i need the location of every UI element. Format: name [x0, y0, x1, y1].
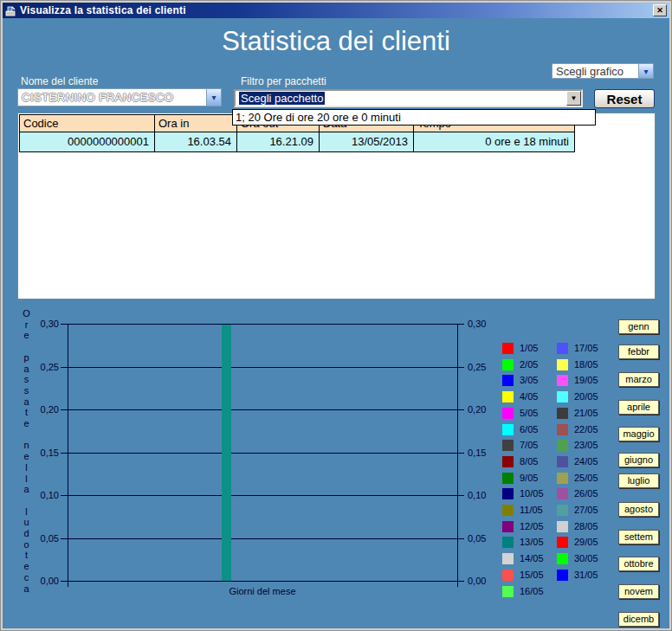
y-axis-title-letter: O — [21, 308, 32, 319]
legend-label: 13/05 — [520, 537, 544, 548]
legend-label: 15/05 — [520, 570, 544, 581]
legend-swatch-20-05 — [557, 391, 568, 402]
legend-swatch-4-05 — [502, 391, 514, 402]
table-cell: 13/05/2013 — [320, 132, 414, 152]
app-window: Visualizza la statistica dei clienti ✕ S… — [0, 0, 672, 631]
y-axis-title-letter: a — [21, 484, 32, 495]
legend-label: 1/05 — [520, 343, 538, 354]
chart-gridline — [61, 324, 464, 325]
y-axis-title-letter: t — [21, 407, 32, 418]
package-filter-label: Filtro per pacchetti — [241, 75, 326, 87]
table-body: 000000000000116.03.5416.21.0913/05/20130… — [19, 132, 575, 152]
legend-swatch-18-05 — [557, 359, 568, 370]
legend-label: 22/05 — [574, 424, 598, 435]
y-tick-label-right: 0,20 — [468, 404, 486, 415]
month-button-dicemb[interactable]: dicemb — [618, 612, 659, 627]
table-cell: 16.21.09 — [237, 132, 320, 152]
window-title: Visualizza la statistica dei clienti — [20, 4, 186, 16]
x-axis-title: Giorni del mese — [68, 586, 457, 596]
y-axis-title-letter: p — [21, 352, 32, 364]
month-button-novem[interactable]: novem — [618, 584, 659, 599]
chart-gridline — [61, 409, 464, 410]
legend-swatch-2-05 — [502, 359, 514, 370]
chart-gridline — [61, 581, 464, 582]
legend-swatch-26-05 — [557, 488, 568, 499]
dropdown-arrow-icon[interactable]: ▼ — [566, 91, 581, 106]
y-axis-title-letter: t — [21, 550, 32, 561]
y-axis-title-letter: a — [21, 583, 32, 595]
legend-swatch-23-05 — [557, 440, 568, 451]
app-icon — [5, 5, 16, 16]
chart-type-value: Scegli grafico — [552, 65, 638, 78]
legend-swatch-24-05 — [557, 456, 568, 467]
legend-swatch-22-05 — [557, 424, 568, 435]
y-axis-title-letter: r — [21, 319, 32, 331]
legend-label: 17/05 — [574, 343, 598, 354]
legend-swatch-9-05 — [502, 473, 514, 484]
legend-swatch-10-05 — [502, 488, 514, 499]
chart-gridline — [61, 538, 464, 539]
month-button-settem[interactable]: settem — [618, 530, 659, 544]
legend-label: 24/05 — [574, 456, 598, 467]
package-filter-combobox[interactable]: Scegli pacchetto ▼ — [234, 89, 583, 107]
month-button-marzo[interactable]: marzo — [618, 372, 659, 387]
reset-button[interactable]: Reset — [594, 89, 655, 108]
y-tick-label-left: 0,20 — [31, 404, 59, 415]
y-axis-title: Orepassatenellaludoteca — [21, 308, 32, 594]
legend-swatch-21-05 — [557, 408, 568, 419]
month-button-aprile[interactable]: aprile — [618, 400, 659, 415]
month-button-luglio[interactable]: luglio — [618, 473, 659, 488]
legend-label: 9/05 — [520, 473, 538, 484]
y-tick-label-right: 0,10 — [468, 490, 486, 500]
y-axis-title-letter: e — [21, 561, 32, 572]
legend-swatch-17-05 — [557, 343, 568, 354]
chart-gridline — [61, 495, 464, 496]
y-tick-label-left: 0,25 — [31, 362, 59, 372]
y-axis-title-letter: e — [21, 418, 32, 429]
client-name-combobox[interactable]: CISTERNINO FRANCESCO ▾ — [17, 88, 222, 106]
close-icon[interactable]: ✕ — [653, 4, 667, 16]
month-button-agosto[interactable]: agosto — [618, 502, 659, 517]
y-tick-label-right: 0,15 — [468, 447, 486, 458]
month-button-genn[interactable]: genn — [618, 319, 659, 334]
y-axis-title-letter: e — [21, 451, 32, 462]
month-button-ottobre[interactable]: ottobre — [618, 557, 659, 571]
legend-label: 5/05 — [520, 408, 538, 419]
y-axis-title-gap — [21, 495, 32, 506]
chevron-down-icon[interactable]: ▾ — [206, 89, 221, 106]
chevron-down-icon[interactable]: ▾ — [638, 64, 653, 78]
y-axis-line-right — [457, 324, 458, 587]
y-axis-title-gap — [21, 429, 32, 441]
package-filter-dropdown-item[interactable]: 1; 20 Ore di ore 20 ore e 0 minuti — [233, 110, 595, 125]
y-tick-label-right: 0,30 — [468, 319, 486, 329]
month-button-giugno[interactable]: giugno — [618, 453, 659, 467]
chart-gridline — [61, 453, 464, 454]
legend-label: 18/05 — [574, 359, 598, 370]
legend-swatch-30-05 — [557, 553, 568, 564]
table-row[interactable]: 000000000000116.03.5416.21.0913/05/20130… — [19, 132, 575, 152]
y-tick-label-left: 0,30 — [31, 319, 59, 329]
y-axis-title-letter: l — [21, 506, 32, 518]
legend-swatch-7-05 — [502, 440, 514, 451]
y-tick-label-left: 0,10 — [31, 490, 59, 500]
column-header-ora-in: Ora in — [155, 114, 237, 132]
y-tick-label-left: 0,15 — [31, 447, 59, 458]
legend-label: 30/05 — [574, 553, 598, 564]
month-button-maggio[interactable]: maggio — [618, 427, 659, 441]
client-name-label: Nome del cliente — [21, 75, 98, 87]
legend-label: 19/05 — [574, 375, 598, 386]
legend-swatch-15-05 — [502, 570, 514, 581]
y-tick-label-right: 0,05 — [468, 533, 486, 544]
y-axis-title-letter: a — [21, 364, 32, 375]
legend-label: 6/05 — [520, 424, 538, 435]
month-button-febbr[interactable]: febbr — [618, 344, 659, 359]
legend-label: 25/05 — [574, 473, 598, 484]
y-tick-label-left: 0,05 — [31, 533, 59, 544]
legend-label: 31/05 — [574, 570, 598, 581]
y-tick-label-right: 0,25 — [468, 362, 486, 372]
y-axis-title-letter: d — [21, 528, 32, 539]
y-axis-title-letter: c — [21, 572, 32, 583]
chart-type-combobox[interactable]: Scegli grafico ▾ — [552, 63, 654, 79]
y-axis-title-letter: n — [21, 440, 32, 451]
legend-swatch-19-05 — [557, 375, 568, 386]
